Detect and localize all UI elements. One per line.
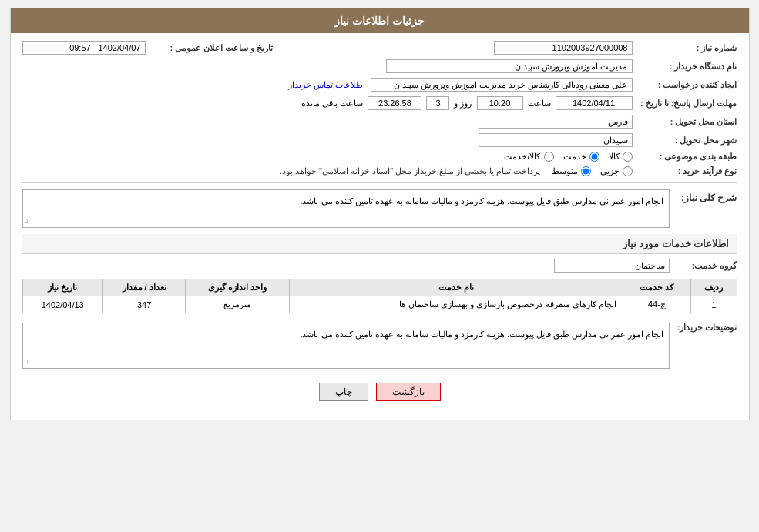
tosih-row: توضیحات خریدار: انجام امور عمرانی مدارس … (22, 320, 737, 369)
shahr-label: شهر محل تحویل : (637, 136, 737, 146)
radio-kala[interactable]: کالا (609, 152, 633, 162)
sharh-box: انجام امور عمرانی مدارس طبق فایل پیوست. … (22, 189, 670, 228)
shomara-label: شماره نیاز : (637, 43, 737, 53)
radio-kala-khedmat[interactable]: کالا/خدمت (504, 152, 553, 162)
roz-label: روز و (454, 99, 472, 109)
dastgah-input[interactable] (386, 59, 633, 73)
mohlat-label: مهلت ارسال پاسخ: تا تاریخ : (637, 99, 737, 109)
col-count: تعداد / مقدار (102, 279, 185, 296)
cell-date: 1402/04/13 (22, 296, 102, 313)
cell-radif: 1 (691, 296, 737, 313)
main-container: جزئیات اطلاعات نیاز شماره نیاز : تاریخ و… (10, 8, 750, 420)
shomara-input[interactable] (494, 41, 633, 55)
row-ijad: ایجاد کننده درخواست : اطلاعات تماس خریدا… (22, 78, 737, 92)
page-header: جزئیات اطلاعات نیاز (11, 8, 749, 33)
tosih-box-wrapper: انجام امور عمرانی مدارس طبق فایل پیوست. … (22, 320, 670, 369)
farayand-note: پرداخت تمام یا بخشی از مبلغ خریداز محل "… (280, 166, 541, 176)
cell-count: 347 (102, 296, 185, 313)
buttons-row: بازگشت چاپ (22, 375, 737, 412)
tarikh-input[interactable] (556, 96, 633, 110)
tarikh-elan-input[interactable] (22, 41, 146, 55)
cell-name: انجام کارهای متفرقه درخصوص بازسازی و بهس… (290, 296, 623, 313)
tarikh-elan-label: تاریخ و ساعت اعلان عمومی : (150, 43, 274, 53)
content-area: شماره نیاز : تاریخ و ساعت اعلان عمومی : … (11, 33, 749, 420)
row-shomara: شماره نیاز : تاریخ و ساعت اعلان عمومی : (22, 41, 737, 55)
ijad-label: ایجاد کننده درخواست : (637, 80, 737, 90)
sharh-label: شرح کلی نیاز: (676, 189, 737, 203)
cell-unit: مترمربع (186, 296, 290, 313)
saat-baghi-label: ساعت باقی مانده (301, 99, 363, 109)
table-row: 1 ج-44 انجام کارهای متفرقه درخصوص بازساز… (22, 296, 737, 313)
row-ostan: استان محل تحویل : (22, 115, 737, 129)
ostan-input[interactable] (479, 115, 633, 129)
row-tabaghe: طبقه بندی موضوعی : کالا خدمت کالا/خدمت (22, 152, 737, 162)
radio-motevaset[interactable]: متوسط (552, 166, 591, 176)
services-section-title: اطلاعات خدمات مورد نیاز (22, 234, 737, 254)
tabaghe-radio-group: کالا خدمت کالا/خدمت (504, 152, 632, 162)
divider1 (22, 182, 737, 183)
sharh-section: شرح کلی نیاز: انجام امور عمرانی مدارس طب… (22, 189, 737, 228)
radio-khedmat[interactable]: خدمت (563, 152, 599, 162)
tosih-text: انجام امور عمرانی مدارس طبق فایل پیوست. … (300, 330, 663, 339)
row-dastgah: نام دستگاه خریدار : (22, 59, 737, 73)
grohe-label: گروه خدمت: (676, 261, 737, 271)
cell-code: ج-44 (623, 296, 690, 313)
tabaghe-label: طبقه بندی موضوعی : (637, 152, 737, 162)
ostan-label: استان محل تحویل : (637, 117, 737, 127)
saat-input[interactable] (477, 96, 523, 110)
col-radif: ردیف (691, 279, 737, 296)
col-name: نام خدمت (290, 279, 623, 296)
print-button[interactable]: چاپ (319, 383, 368, 401)
roz-input[interactable] (426, 96, 449, 110)
shahr-input[interactable] (479, 133, 633, 147)
tosih-label: توضیحات خریدار: (676, 320, 737, 333)
page-title: جزئیات اطلاعات نیاز (334, 15, 425, 27)
noe-farayand-label: نوع فرآیند خرید : (637, 166, 737, 176)
col-date: تاریخ نیاز (22, 279, 102, 296)
back-button[interactable]: بازگشت (376, 383, 441, 401)
dastgah-label: نام دستگاه خریدار : (637, 62, 737, 72)
resize-handle: ⌟ (25, 213, 29, 226)
services-table: ردیف کد خدمت نام خدمت واحد اندازه گیری ت… (22, 279, 737, 313)
col-unit: واحد اندازه گیری (186, 279, 290, 296)
grohe-input[interactable] (554, 259, 670, 273)
ijad-input[interactable] (371, 78, 633, 92)
time-remaining-input[interactable] (368, 96, 421, 110)
radio-jozii[interactable]: جزیی (600, 166, 633, 176)
grohe-row: گروه خدمت: (22, 259, 737, 273)
saat-label: ساعت (528, 99, 551, 109)
noe-farayand-radio-group: جزیی متوسط (552, 166, 633, 176)
col-code: کد خدمت (623, 279, 690, 296)
tosih-box: انجام امور عمرانی مدارس طبق فایل پیوست. … (22, 323, 670, 369)
row-mohlat: مهلت ارسال پاسخ: تا تاریخ : ساعت روز و س… (22, 96, 737, 110)
row-shahr: شهر محل تحویل : (22, 133, 737, 147)
row-noe-farayand: نوع فرآیند خرید : جزیی متوسط پرداخت تمام… (22, 166, 737, 176)
tosih-resize-handle: ⌟ (25, 354, 29, 366)
sharh-box-wrapper: انجام امور عمرانی مدارس طبق فایل پیوست. … (22, 189, 670, 228)
contact-link[interactable]: اطلاعات تماس خریدار (288, 80, 365, 90)
sharh-text: انجام امور عمرانی مدارس طبق فایل پیوست. … (300, 196, 663, 206)
